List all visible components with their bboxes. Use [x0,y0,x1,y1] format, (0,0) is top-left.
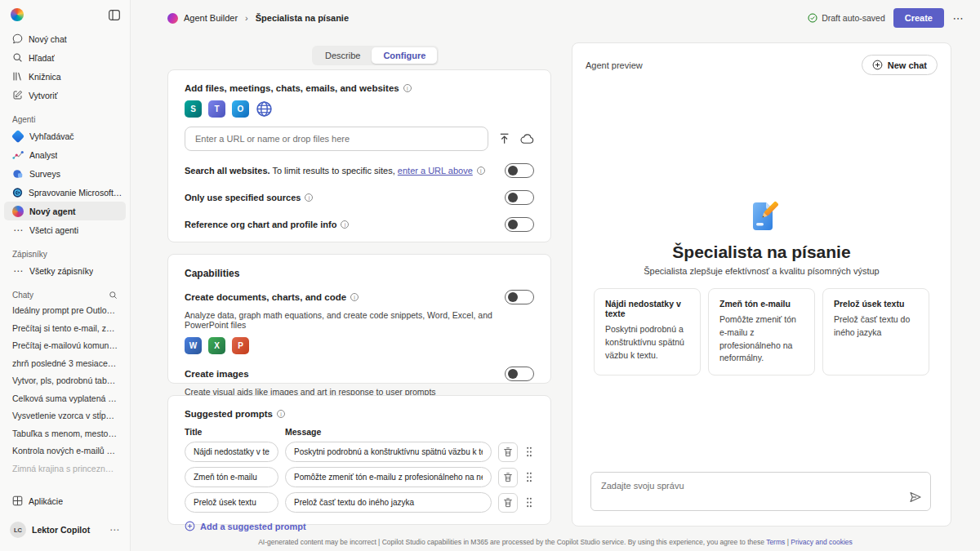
breadcrumb: Agent Builder › Špecialista na písanie [167,13,349,24]
sidebar-item-label: Všetci agenti [29,225,78,235]
section-label-notebooks: Zápisníky [0,250,130,259]
terms-link[interactable]: Terms [766,538,785,546]
info-icon[interactable] [403,84,412,92]
enter-url-link[interactable]: enter a URL above [398,166,473,176]
org-chart-toggle[interactable] [505,217,534,232]
specified-sources-toggle[interactable] [505,190,534,205]
capabilities-title: Capabilities [185,268,534,279]
chat-list-item[interactable]: Celková suma vyplatená pracov... [0,390,130,408]
create-button[interactable]: Create [893,8,944,28]
sidebar: Nový chat Hľadať Knižnica Vytvoriť Agent… [0,0,131,551]
avatar: LC [10,522,26,538]
prompt-title-input[interactable] [185,492,278,513]
sidebar-agent-new-agent[interactable]: Nový agent [4,202,126,220]
more-icon [12,224,24,236]
sidebar-item-search[interactable]: Hľadať [4,48,126,67]
new-chat-button[interactable]: New chat [862,55,938,75]
footer-disclaimer: AI-generated content may be incorrect | … [131,538,980,546]
chat-list-item[interactable]: Prečítaj si tento e-mail, zhrň kľú... [0,320,130,338]
sharepoint-icon[interactable]: S [185,100,202,118]
chat-list-item[interactable]: Vytvor, pls, podrobnú tabuľku v... [0,372,130,390]
main-area: Agent Builder › Špecialista na písanie D… [131,0,980,551]
url-input[interactable] [185,127,488,151]
search-all-websites-toggle[interactable] [505,163,534,178]
info-icon[interactable] [305,193,313,202]
sidebar-item-library[interactable]: Knižnica [4,67,126,86]
message-input[interactable] [591,473,930,510]
outlook-icon[interactable]: O [232,100,249,118]
library-icon [12,71,23,82]
toggle-row-search-all-websites: Search all websites. To limit results to… [185,163,534,178]
breadcrumb-page: Špecialista na písanie [256,13,349,23]
prompt-message-input[interactable] [285,467,492,487]
top-bar: Agent Builder › Špecialista na písanie D… [131,0,980,36]
sidebar-agent-m365-admin[interactable]: Spravovanie Microsoft 365 [4,183,126,202]
delete-prompt-button[interactable] [498,493,518,513]
create-images-toggle[interactable] [505,367,534,381]
sidebar-item-label: Všetky zápisníky [29,266,93,276]
tab-describe[interactable]: Describe [314,47,372,64]
section-label-agents: Agenti [0,115,130,124]
sidebar-toggle-icon[interactable] [109,10,120,20]
sidebar-item-apps[interactable]: Aplikácie [4,491,126,510]
user-more-icon[interactable] [109,524,120,535]
capability-documents: Create documents, charts, and code [185,290,534,304]
starter-prompt-card[interactable]: Nájdi nedostatky v texte Poskytni podrob… [594,288,701,375]
chat-list-item[interactable]: zhrň posledné 3 mesiace novini... [0,355,130,373]
send-icon[interactable] [909,491,922,504]
websites-globe-icon[interactable] [256,100,273,118]
sidebar-item-create[interactable]: Vytvoriť [4,86,126,104]
agent-preview-panel: Agent preview New chat [572,42,951,527]
drag-handle-icon[interactable] [524,472,534,482]
prompt-message-input[interactable] [285,442,492,462]
suggested-prompts-card: Suggested prompts Title Message Add a su… [167,395,551,525]
delete-prompt-button[interactable] [498,442,518,462]
sidebar-agent-analyst[interactable]: Analyst [4,145,126,164]
message-input-box [590,472,931,511]
chat-list-item[interactable]: Ideálny prompt pre Outlook e-... [0,302,130,320]
search-agent-icon [11,129,24,142]
trash-icon [503,447,513,457]
drag-handle-icon[interactable] [524,497,534,508]
starter-prompt-card[interactable]: Prelož úsek textu Prelož časť textu do i… [822,288,929,375]
breadcrumb-separator: › [243,13,250,23]
sidebar-notebooks-all[interactable]: Všetky zápisníky [4,261,126,280]
add-suggested-prompt-button[interactable]: Add a suggested prompt [185,521,534,531]
user-profile[interactable]: LC Lektor Copilot [0,522,130,538]
info-icon[interactable] [341,220,349,229]
sidebar-item-new-chat[interactable]: Nový chat [4,29,126,48]
capabilities-card: Capabilities Create documents, charts, a… [167,254,551,384]
privacy-link[interactable]: Privacy and cookies [791,538,853,546]
prompt-title-input[interactable] [185,442,278,462]
info-icon[interactable] [477,167,485,175]
sidebar-agents-all[interactable]: Všetci agenti [4,220,126,239]
sidebar-agent-vyhladavac[interactable]: Vyhľadávač [4,127,126,145]
prompts-title: Suggested prompts [185,409,534,419]
starter-prompt-card[interactable]: Zmeň tón e-mailu Pomôžte zmeniť tón e-ma… [708,288,815,375]
breadcrumb-app[interactable]: Agent Builder [184,13,238,23]
chat-list-item[interactable]: Kontrola nových e-mailů dnes [0,442,130,460]
info-icon[interactable] [350,293,359,301]
create-documents-toggle[interactable] [505,290,534,304]
header-more-icon[interactable] [952,12,964,24]
chat-list-item[interactable]: Zimná krajina s princeznou na k... [0,460,130,478]
delete-prompt-button[interactable] [498,468,518,487]
chat-list-item[interactable]: Vysvetlenie vzorca v stĺpci Odpr... [0,407,130,425]
drag-handle-icon[interactable] [524,447,534,457]
chat-list-item[interactable]: Prečítaj e-mailovú komunikáciu ... [0,337,130,355]
upload-icon[interactable] [498,132,510,145]
prompt-row [185,467,534,487]
sidebar-item-label: Spravovanie Microsoft 365 [29,188,122,198]
prompt-message-input[interactable] [285,492,492,513]
sidebar-agent-surveys[interactable]: Surveys [4,164,126,183]
teams-icon[interactable]: T [208,100,225,118]
cloud-icon[interactable] [520,134,534,144]
chats-search-icon[interactable] [109,291,118,300]
chat-list-item[interactable]: Tabuľka s menom, mestom, zvie... [0,425,130,443]
section-label-chats: Chaty [0,291,130,300]
agent-name: Špecialista na písanie [572,242,951,262]
prompt-title-input[interactable] [185,467,278,487]
check-circle-icon [808,13,817,23]
info-icon[interactable] [277,410,285,418]
tab-configure[interactable]: Configure [372,47,437,64]
